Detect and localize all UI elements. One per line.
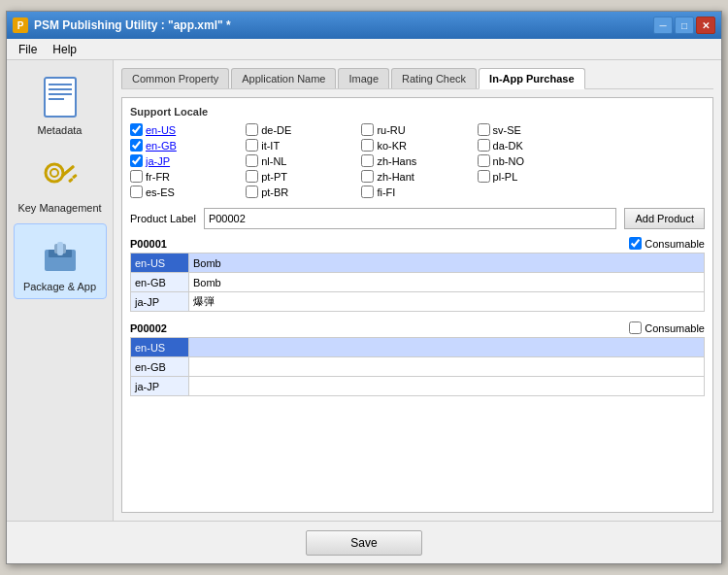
locale-es-es-label[interactable]: es-ES	[146, 186, 175, 198]
locale-ru-ru-label[interactable]: ru-RU	[377, 124, 405, 136]
locale-ru-ru: ru-RU	[361, 123, 473, 136]
locale-cell: ja-JP	[131, 292, 189, 312]
app-icon: P	[13, 17, 28, 33]
value-cell[interactable]	[189, 338, 705, 357]
table-row[interactable]: en-US Bomb	[131, 254, 705, 273]
locale-sv-se-label[interactable]: sv-SE	[493, 124, 521, 136]
locale-es-es-checkbox[interactable]	[130, 186, 143, 198]
locale-da-dk: da-DK	[478, 139, 589, 152]
svg-rect-1	[49, 84, 72, 85]
locale-de-de-checkbox[interactable]	[246, 123, 258, 136]
locale-fi-fi-checkbox[interactable]	[361, 186, 374, 198]
menubar: File Help	[7, 39, 721, 60]
locale-en-us-label[interactable]: en-US	[146, 124, 176, 136]
locale-fi-fi-label[interactable]: fi-FI	[377, 186, 395, 198]
file-menu[interactable]: File	[11, 41, 45, 58]
support-locale-title: Support Locale	[130, 106, 705, 118]
locale-spacer1	[593, 123, 705, 136]
product-p00002-id: P00002	[130, 322, 167, 334]
close-button[interactable]: ✕	[696, 17, 715, 34]
locale-pl-pl-checkbox[interactable]	[478, 170, 490, 183]
product-p00002-section: P00002 Consumable en-US en-GB	[130, 321, 705, 396]
locale-pt-br-label[interactable]: pt-BR	[261, 186, 288, 198]
tab-bar: Common Property Application Name Image R…	[121, 68, 713, 89]
locale-ko-kr-label[interactable]: ko-KR	[377, 140, 407, 152]
table-row[interactable]: en-GB Bomb	[131, 273, 705, 292]
product-p00001-consumable: Consumable	[629, 237, 705, 250]
sidebar-item-metadata[interactable]: Metadata	[14, 68, 107, 142]
tab-image[interactable]: Image	[338, 68, 389, 88]
metadata-label: Metadata	[38, 124, 83, 136]
locale-nb-no-label[interactable]: nb-NO	[493, 155, 524, 167]
value-cell[interactable]	[189, 377, 705, 396]
value-cell[interactable]: Bomb	[189, 254, 705, 273]
locale-zh-hans: zh-Hans	[361, 154, 473, 167]
help-menu[interactable]: Help	[45, 41, 84, 58]
svg-rect-8	[68, 178, 74, 184]
locale-zh-hans-label[interactable]: zh-Hans	[377, 155, 416, 167]
tab-application-name[interactable]: Application Name	[231, 68, 336, 88]
locale-sv-se-checkbox[interactable]	[478, 123, 490, 136]
locale-es-es: es-ES	[130, 186, 242, 198]
locale-nb-no: nb-NO	[478, 154, 589, 167]
locale-cell: en-US	[131, 338, 189, 357]
value-cell[interactable]: 爆弾	[189, 292, 705, 312]
add-product-button[interactable]: Add Product	[624, 208, 705, 229]
product-p00001-consumable-checkbox[interactable]	[629, 237, 642, 250]
locale-it-it: it-IT	[246, 139, 357, 152]
locale-ko-kr: ko-KR	[361, 139, 473, 152]
value-cell[interactable]	[189, 357, 705, 377]
locale-zh-hans-checkbox[interactable]	[361, 154, 374, 167]
locale-da-dk-label[interactable]: da-DK	[493, 140, 523, 152]
minimize-button[interactable]: ─	[653, 17, 673, 34]
locale-cell: en-GB	[131, 357, 189, 377]
locale-ja-jp-checkbox[interactable]	[130, 154, 143, 167]
product-p00002-consumable-checkbox[interactable]	[629, 321, 642, 334]
value-cell[interactable]: Bomb	[189, 273, 705, 292]
sidebar-item-key-management[interactable]: Key Management	[14, 146, 107, 220]
table-row[interactable]: ja-JP 爆弾	[131, 292, 705, 312]
product-label-input[interactable]	[204, 208, 617, 229]
key-management-label: Key Management	[17, 202, 101, 214]
locale-ko-kr-checkbox[interactable]	[361, 139, 374, 152]
save-button[interactable]: Save	[306, 530, 422, 556]
locale-nl-nl: nl-NL	[246, 154, 357, 167]
product-p00001-consumable-label: Consumable	[645, 238, 705, 250]
tab-rating-check[interactable]: Rating Check	[391, 68, 477, 88]
locale-zh-hant-checkbox[interactable]	[361, 170, 374, 183]
table-row[interactable]: en-GB	[131, 357, 705, 377]
locale-en-us-checkbox[interactable]	[130, 123, 143, 136]
locale-fr-fr-label[interactable]: fr-FR	[146, 171, 170, 183]
locale-nl-nl-checkbox[interactable]	[246, 154, 258, 167]
locale-pt-pt-label[interactable]: pt-PT	[261, 171, 287, 183]
locale-pt-pt-checkbox[interactable]	[246, 170, 258, 183]
product-p00001-header: P00001 Consumable	[130, 237, 705, 250]
locale-nl-nl-label[interactable]: nl-NL	[261, 155, 286, 167]
svg-rect-3	[49, 93, 72, 95]
locale-en-gb: en-GB	[130, 139, 242, 152]
locale-pt-br-checkbox[interactable]	[246, 186, 258, 198]
table-row[interactable]: en-US	[131, 338, 705, 357]
table-row[interactable]: ja-JP	[131, 377, 705, 396]
locale-de-de-label[interactable]: de-DE	[261, 124, 291, 136]
svg-rect-4	[49, 98, 64, 100]
locale-pl-pl-label[interactable]: pl-PL	[493, 171, 518, 183]
locale-fr-fr-checkbox[interactable]	[130, 170, 143, 183]
tab-in-app-purchase[interactable]: In-App Purchase	[479, 68, 584, 89]
locale-da-dk-checkbox[interactable]	[478, 139, 490, 152]
locale-nb-no-checkbox[interactable]	[478, 154, 490, 167]
package-app-label: Package & App	[23, 281, 96, 292]
tab-common-property[interactable]: Common Property	[121, 68, 229, 88]
locale-spacer4	[593, 170, 705, 183]
sidebar-item-package-app[interactable]: Package & App	[14, 223, 107, 299]
locale-en-gb-checkbox[interactable]	[130, 139, 143, 152]
locale-it-it-label[interactable]: it-IT	[261, 140, 280, 152]
locale-ru-ru-checkbox[interactable]	[361, 123, 374, 136]
locale-en-gb-label[interactable]: en-GB	[146, 140, 177, 152]
locale-it-it-checkbox[interactable]	[246, 139, 258, 152]
locale-pl-pl: pl-PL	[478, 170, 589, 183]
locale-ja-jp-label[interactable]: ja-JP	[146, 155, 170, 167]
maximize-button[interactable]: □	[675, 17, 694, 34]
locale-zh-hant-label[interactable]: zh-Hant	[377, 171, 414, 183]
locale-spacer3	[593, 154, 705, 167]
